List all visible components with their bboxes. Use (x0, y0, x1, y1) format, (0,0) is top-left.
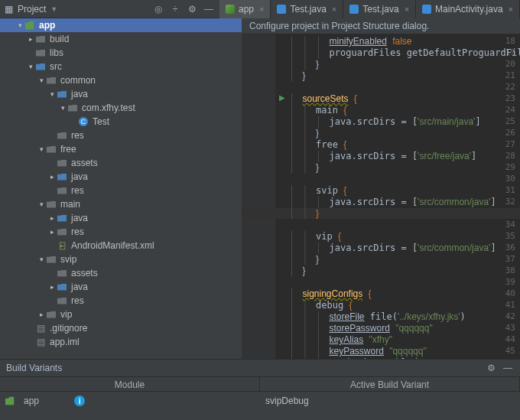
tree-node[interactable]: ▸java (0, 280, 242, 294)
gear-icon[interactable]: ⚙ (485, 362, 497, 374)
line-number: 30 (505, 174, 515, 184)
tree-node[interactable]: assets (0, 156, 242, 170)
code-line[interactable]: │ │ } (242, 208, 520, 219)
code-line[interactable]: │ │ } (289, 254, 520, 265)
run-gutter-icon[interactable]: ▶ (277, 93, 288, 102)
code-line[interactable]: │ sourceSets { (289, 93, 520, 104)
bv-variant-value[interactable]: svipDebug (259, 396, 520, 406)
code-line[interactable]: │ │ │ keyPassword "qqqqqq" (289, 346, 520, 357)
code-line[interactable]: │ │ main { (289, 105, 520, 116)
tree-node[interactable]: ▤.gitignore (0, 321, 242, 335)
locate-icon[interactable]: ◎ (152, 3, 164, 15)
editor-banner[interactable]: Configure project in Project Structure d… (242, 18, 520, 34)
tree-label: svip (60, 254, 76, 265)
code-line[interactable]: │ │ │ java.srcDirs = ['src/common/java'] (289, 197, 520, 207)
expand-arrow[interactable]: ▾ (37, 145, 46, 153)
tree-node[interactable]: libs (0, 46, 242, 60)
expand-arrow[interactable]: ▾ (26, 63, 35, 70)
hide-icon[interactable]: — (203, 3, 215, 15)
tree-label: java (71, 213, 88, 223)
gear-icon[interactable]: ⚙ (186, 3, 198, 15)
tree-node[interactable]: ▸res (0, 225, 242, 239)
code-line[interactable]: │ │ debug { (289, 300, 520, 311)
editor-tab[interactable]: Test.java× (343, 0, 416, 18)
editor-tab[interactable]: app× (219, 0, 271, 18)
expand-arrow[interactable]: ▾ (37, 200, 46, 208)
code-line[interactable]: │ signingConfigs { (289, 288, 520, 299)
close-icon[interactable]: × (259, 5, 264, 14)
tree-node[interactable]: CTest (0, 115, 242, 129)
bv-col-module: Module (0, 377, 260, 391)
code-line[interactable]: │ │ } (289, 59, 520, 70)
code-line[interactable]: │ │ } (289, 128, 520, 138)
code-line[interactable]: │ │ free { (289, 139, 520, 150)
tree-node[interactable]: res (0, 184, 242, 197)
code-line[interactable]: │ │ │ storePassword "qqqqqq" (289, 323, 520, 334)
tree-label: res (71, 226, 84, 237)
expand-arrow[interactable]: ▸ (47, 214, 57, 222)
code-area[interactable]: 18│ │ │ minifyEnabled false19│ │ │ progu… (242, 34, 520, 359)
expand-arrow[interactable]: ▸ (47, 228, 57, 236)
project-tree[interactable]: ▾app▸buildlibs▾src▾common▾java▾com.xfhy.… (0, 18, 242, 359)
expand-arrow[interactable]: ▸ (26, 35, 35, 43)
tree-node[interactable]: ▾main (0, 197, 242, 211)
folder-icon (57, 91, 67, 98)
code-line[interactable]: │ │ svip { (289, 185, 520, 196)
code-line[interactable]: │ │ │ java.srcDirs = ['src/free/java'] (289, 151, 520, 161)
chevron-down-icon[interactable]: ▼ (50, 5, 57, 13)
editor-tab[interactable]: MainActivity.java× (416, 0, 520, 18)
code-line[interactable]: │ │ │ minifyEnabled false (289, 36, 520, 47)
tree-node[interactable]: ▾com.xfhy.test (0, 101, 242, 115)
expand-arrow[interactable]: ▸ (47, 173, 57, 181)
expand-arrow[interactable]: ▾ (47, 90, 57, 98)
close-icon[interactable]: × (509, 5, 513, 14)
expand-arrow[interactable]: ▾ (58, 104, 67, 112)
tree-node[interactable]: res (0, 294, 242, 308)
info-icon[interactable]: i (74, 396, 85, 406)
class-icon (349, 5, 359, 14)
tree-node[interactable]: ▾app (0, 18, 242, 32)
folder-icon (36, 36, 45, 43)
tree-node[interactable]: ⍇AndroidManifest.xml (0, 239, 242, 252)
code-line[interactable]: │ │ │ java.srcDirs = ['src/common/java'] (289, 243, 520, 253)
close-icon[interactable]: × (405, 5, 409, 14)
hide-icon[interactable]: — (502, 362, 514, 374)
tree-node[interactable]: ▾common (0, 73, 242, 87)
tree-node[interactable]: assets (0, 266, 242, 280)
bv-module-name: app (24, 396, 39, 406)
tree-node[interactable]: res (0, 129, 242, 142)
folder-icon (57, 160, 67, 167)
code-line[interactable]: │ │ │ proguardFiles getDefaultProguardFi… (289, 47, 520, 58)
tree-label: src (50, 61, 62, 72)
tree-node[interactable]: ▾free (0, 142, 242, 156)
close-icon[interactable]: × (332, 5, 336, 14)
tree-node[interactable]: ▸java (0, 211, 242, 225)
code-line[interactable]: │ │ } (289, 162, 520, 173)
code-line[interactable]: │ │ vip { (289, 231, 520, 242)
code-line[interactable]: │ │ │ v1SigningEnabled true (289, 357, 520, 359)
expand-arrow[interactable]: ▾ (37, 256, 46, 263)
code-line[interactable]: │ │ │ java.srcDirs = ['src/main/java'] (289, 116, 520, 127)
expand-arrow[interactable]: ▸ (47, 283, 57, 291)
project-toolwindow-header[interactable]: ▦ Project ▼ ◎ ÷ ⚙ — (0, 0, 219, 18)
bv-row[interactable]: app i svipDebug (0, 392, 520, 410)
tree-node[interactable]: ▤app.iml (0, 335, 242, 349)
editor-tab[interactable]: Test.java× (271, 0, 343, 18)
tree-node[interactable]: ▸java (0, 170, 242, 184)
collapse-icon[interactable]: ÷ (169, 3, 181, 15)
tree-node[interactable]: ▸vip (0, 308, 242, 321)
bv-col-variant: Active Build Variant (260, 377, 520, 391)
tree-node[interactable]: ▾java (0, 87, 242, 101)
code-line[interactable]: │ │ │ keyAlias "xfhy" (289, 334, 520, 345)
tree-node[interactable]: ▾src (0, 60, 242, 73)
folder-icon (57, 132, 67, 139)
line-number: 34 (505, 220, 515, 230)
code-line[interactable]: │ │ │ storeFile file('../keys/xfhy.jks') (289, 311, 520, 322)
tree-node[interactable]: ▸build (0, 32, 242, 46)
expand-arrow[interactable]: ▸ (37, 311, 46, 318)
tree-node[interactable]: ▾svip (0, 252, 242, 266)
code-line[interactable]: │ } (289, 265, 520, 276)
expand-arrow[interactable]: ▾ (37, 77, 46, 84)
code-line[interactable]: │ } (289, 70, 520, 81)
expand-arrow[interactable]: ▾ (15, 21, 24, 29)
